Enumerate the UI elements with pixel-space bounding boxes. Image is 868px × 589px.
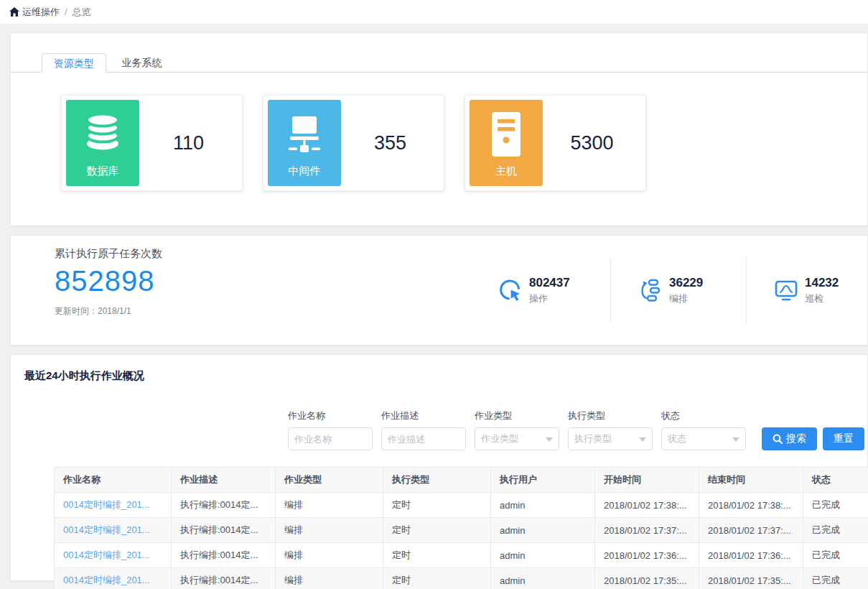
col-job-desc: 作业描述 [172,468,276,493]
middleware-card[interactable]: 中间件 355 [263,95,444,191]
job-type-cell: 编排 [276,568,383,589]
resource-panel: 资源类型 业务系统 数据库 110 [10,32,868,226]
job-name-link[interactable]: 0014定时编排_201... [55,493,172,518]
recent-jobs-panel: 最近24小时执行作业概况 作业名称 作业描述 作业类型 作业类型 执行类型 [10,354,868,581]
chevron-down-icon [732,437,739,442]
middleware-tile: 中间件 [268,100,341,186]
col-job-type: 作业类型 [276,468,383,493]
job-name-link[interactable]: 0014定时编排_201... [55,543,172,568]
filter-job-desc-label: 作业描述 [381,409,466,422]
end-time-cell: 2018/01/02 17:38:... [699,493,803,518]
inspection-icon [774,276,805,305]
exec-type-cell: 定时 [383,568,491,589]
table-row: 0014定时编排_201... 执行编排:0014定... 编排 定时 admi… [55,493,868,518]
operation-click-icon [498,276,529,305]
jobs-filter-bar: 作业名称 作业描述 作业类型 作业类型 执行类型 执行类型 [288,409,867,450]
status-cell: 已完成 [803,543,868,568]
breadcrumb-separator: / [65,6,67,17]
database-count: 110 [139,100,238,186]
filter-job-desc: 作业描述 [381,409,466,450]
jobs-section-title: 最近24小时执行作业概况 [24,369,867,383]
atomic-update-time: 更新时间：2018/1/1 [55,305,487,317]
status-cell: 已完成 [803,493,868,518]
job-type-select[interactable]: 作业类型 [475,427,559,450]
filter-exec-type: 执行类型 执行类型 [568,409,653,450]
exec-user-cell: admin [491,568,595,589]
chevron-down-icon [546,437,553,442]
inspection-label: 巡检 [805,292,839,305]
filter-buttons: 搜索 重置 更多 [756,409,868,450]
operation-label: 操作 [529,292,570,305]
exec-type-placeholder: 执行类型 [574,432,612,445]
status-cell: 已完成 [803,568,868,589]
filter-status: 状态 状态 [661,409,746,450]
job-type-cell: 编排 [276,518,383,543]
table-row: 0014定时编排_201... 执行编排:0014定... 编排 定时 admi… [55,543,868,568]
inspection-stat: 14232 巡检 [746,257,867,323]
host-tile: 主机 [470,100,543,186]
orchestration-stat: 36229 编排 [610,257,746,323]
tab-business-system[interactable]: 业务系统 [109,52,174,72]
filter-job-type-label: 作业类型 [475,409,559,422]
inspection-count: 14232 [805,276,839,290]
col-exec-type: 执行类型 [383,468,491,493]
start-time-cell: 2018/01/02 17:38:... [595,493,699,518]
host-card[interactable]: 主机 5300 [465,95,646,191]
operation-count: 802437 [529,276,570,290]
col-end-time: 结束时间 [699,468,803,493]
database-label: 数据库 [66,164,139,178]
atomic-tasks-panel: 累计执行原子任务次数 852898 更新时间：2018/1/1 802437 操… [10,235,868,345]
exec-type-cell: 定时 [383,543,491,568]
end-time-cell: 2018/01/02 17:37:... [699,518,803,543]
exec-user-cell: admin [491,543,595,568]
middleware-label: 中间件 [268,164,341,178]
end-time-cell: 2018/01/02 17:35:... [699,568,803,589]
page-body: 资源类型 业务系统 数据库 110 [0,24,868,581]
table-row: 0014定时编排_201... 执行编排:0014定... 编排 定时 admi… [55,568,868,589]
middleware-count: 355 [341,100,439,186]
start-time-cell: 2018/01/02 17:35:... [595,568,699,589]
atomic-total-count: 852898 [55,265,487,297]
jobs-table: 作业名称 作业描述 作业类型 执行类型 执行用户 开始时间 结束时间 状态 00… [54,467,868,589]
database-tile: 数据库 [66,100,139,186]
database-card[interactable]: 数据库 110 [61,95,243,191]
job-desc-cell: 执行编排:0014定... [172,568,276,589]
host-count: 5300 [543,100,641,186]
tab-resource-type[interactable]: 资源类型 [42,53,106,73]
reset-button[interactable]: 重置 [823,427,864,450]
exec-user-cell: admin [491,493,595,518]
job-name-link[interactable]: 0014定时编排_201... [55,518,172,543]
job-type-placeholder: 作业类型 [481,432,518,445]
filter-status-label: 状态 [661,409,746,422]
atomic-title: 累计执行原子任务次数 [55,247,487,261]
status-select[interactable]: 状态 [661,427,746,450]
job-desc-cell: 执行编排:0014定... [172,493,276,518]
operation-stat: 802437 操作 [487,257,610,323]
job-name-input[interactable] [288,427,373,450]
search-button[interactable]: 搜索 [762,427,817,450]
exec-type-cell: 定时 [383,493,491,518]
filter-job-name-label: 作业名称 [288,409,373,422]
job-desc-cell: 执行编排:0014定... [172,518,276,543]
search-icon [773,434,783,444]
job-desc-cell: 执行编排:0014定... [172,543,276,568]
breadcrumb-item-ops[interactable]: 运维操作 [22,6,60,19]
status-placeholder: 状态 [668,432,686,445]
filter-job-type: 作业类型 作业类型 [475,409,559,450]
exec-type-cell: 定时 [383,518,491,543]
home-icon[interactable] [9,7,19,17]
job-desc-input[interactable] [381,427,466,450]
exec-user-cell: admin [491,518,595,543]
atomic-stats-row: 802437 操作 [487,257,867,323]
orchestration-label: 编排 [669,292,703,305]
col-exec-user: 执行用户 [491,468,595,493]
start-time-cell: 2018/01/02 17:36:... [595,543,699,568]
col-job-name: 作业名称 [55,468,172,493]
start-time-cell: 2018/01/02 17:37:... [595,518,699,543]
job-name-link[interactable]: 0014定时编排_201... [55,568,172,589]
chevron-down-icon [639,437,646,442]
table-header-row: 作业名称 作业描述 作业类型 执行类型 执行用户 开始时间 结束时间 状态 [55,468,868,493]
exec-type-select[interactable]: 执行类型 [568,427,653,450]
table-row: 0014定时编排_201... 执行编排:0014定... 编排 定时 admi… [55,518,868,543]
breadcrumb: 运维操作 / 总览 [0,0,868,24]
